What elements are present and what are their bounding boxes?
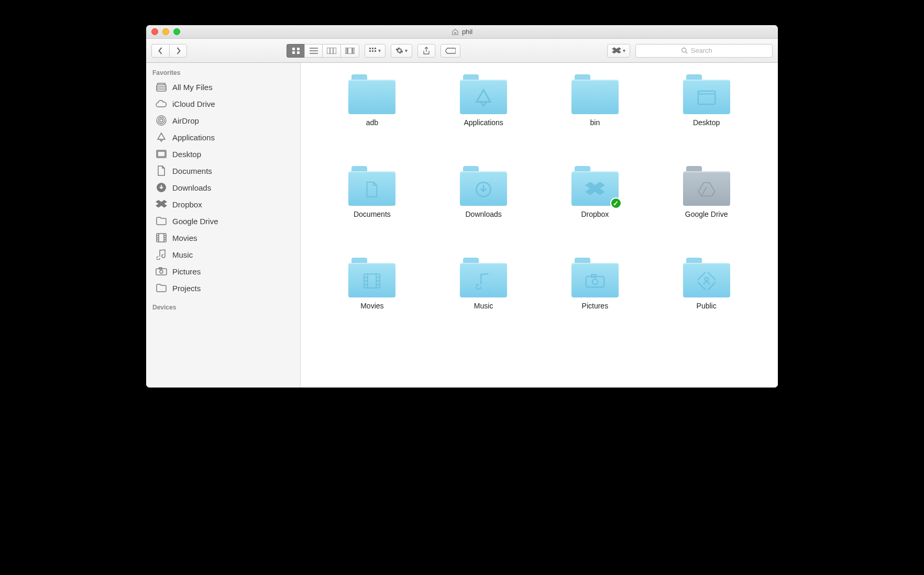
sidebar-item-desktop[interactable]: Desktop [146, 146, 300, 162]
folder-item-desktop[interactable]: Desktop [651, 74, 762, 166]
folder-icon [571, 74, 619, 114]
folder-item-google-drive[interactable]: Google Drive [651, 166, 762, 258]
svg-line-20 [685, 52, 687, 53]
cloud-icon [156, 98, 167, 109]
folder-icon [460, 258, 507, 297]
folder-item-public[interactable]: Public [651, 258, 762, 349]
sidebar-item-airdrop[interactable]: AirDrop [146, 112, 300, 129]
sidebar-header-devices: Devices [146, 302, 300, 313]
sidebar-item-movies[interactable]: Movies [146, 229, 300, 246]
item-label: Public [697, 302, 717, 310]
forward-button[interactable] [169, 44, 187, 58]
sidebar-item-dropbox[interactable]: Dropbox [146, 196, 300, 213]
folder-icon [571, 258, 619, 297]
view-mode-group [287, 44, 359, 58]
public-glyph-icon [698, 272, 716, 290]
arrangement-button[interactable]: ▾ [365, 44, 386, 58]
item-label: Pictures [582, 302, 609, 310]
search-input[interactable] [691, 47, 728, 54]
search-field[interactable] [635, 44, 773, 58]
column-view-button[interactable] [322, 44, 340, 58]
document-glyph-icon [365, 181, 379, 198]
list-view-button[interactable] [304, 44, 322, 58]
dropbox-icon [612, 47, 621, 54]
svg-point-23 [158, 117, 164, 124]
svg-rect-12 [353, 48, 355, 54]
sidebar-item-label: Dropbox [172, 200, 202, 209]
sidebar-item-downloads[interactable]: Downloads [146, 179, 300, 196]
folder-item-applications[interactable]: Applications [428, 74, 540, 166]
folder-icon [348, 258, 395, 297]
pictures-glyph-icon [585, 273, 605, 288]
item-label: Movies [360, 302, 383, 310]
folder-item-music[interactable]: Music [428, 258, 540, 349]
dropbox-glyph-icon [585, 182, 605, 197]
downloads-icon [156, 182, 167, 193]
window-body: Favorites All My Files iCloud Drive AirD… [146, 63, 778, 388]
folder-item-pictures[interactable]: Pictures [540, 258, 651, 349]
folder-icon: ✓ [571, 166, 619, 206]
back-button[interactable] [151, 44, 169, 58]
item-label: bin [590, 118, 600, 127]
folder-item-documents[interactable]: Documents [316, 166, 428, 258]
sidebar-item-all-my-files[interactable]: All My Files [146, 79, 300, 95]
folder-icon [460, 166, 507, 206]
svg-point-56 [705, 278, 708, 281]
coverflow-view-button[interactable] [340, 44, 359, 58]
svg-point-38 [160, 270, 163, 273]
sidebar-item-projects[interactable]: Projects [146, 280, 300, 296]
sidebar-item-music[interactable]: Music [146, 246, 300, 263]
sidebar-item-label: Music [172, 250, 193, 259]
folder-item-bin[interactable]: bin [540, 74, 651, 166]
window-title: phil [452, 28, 472, 36]
coverflow-icon [345, 48, 355, 54]
finder-window: phil [146, 25, 778, 388]
action-button[interactable]: ▾ [391, 44, 412, 58]
dropbox-icon [156, 198, 167, 210]
svg-rect-13 [369, 48, 371, 49]
share-icon [423, 47, 430, 55]
folder-item-dropbox[interactable]: ✓ Dropbox [540, 166, 651, 258]
svg-rect-52 [586, 277, 604, 288]
folder-item-adb[interactable]: adb [316, 74, 428, 166]
svg-rect-1 [297, 48, 300, 50]
svg-rect-2 [292, 51, 295, 54]
folder-item-downloads[interactable]: Downloads [428, 166, 540, 258]
item-label: Documents [354, 210, 391, 218]
sidebar-item-icloud-drive[interactable]: iCloud Drive [146, 95, 300, 112]
chevron-right-icon [175, 47, 181, 54]
sidebar-item-label: Desktop [172, 150, 201, 159]
item-label: Desktop [693, 118, 720, 127]
zoom-button[interactable] [173, 28, 180, 35]
documents-icon [156, 165, 167, 176]
sidebar-item-documents[interactable]: Documents [146, 162, 300, 179]
sidebar-item-pictures[interactable]: Pictures [146, 263, 300, 280]
home-icon [452, 28, 459, 36]
pictures-icon [156, 266, 167, 277]
svg-rect-18 [375, 50, 376, 52]
close-button[interactable] [151, 28, 158, 35]
folder-item-movies[interactable]: Movies [316, 258, 428, 349]
sidebar-item-label: Google Drive [172, 217, 218, 226]
columns-icon [327, 48, 336, 54]
chevron-down-icon: ▾ [623, 48, 625, 53]
svg-rect-17 [372, 50, 373, 52]
sidebar-item-label: Downloads [172, 183, 211, 192]
item-label: Music [474, 302, 493, 310]
sidebar-item-label: All My Files [172, 83, 213, 92]
movies-icon [156, 232, 167, 244]
tags-button[interactable] [441, 44, 460, 58]
icon-view-button[interactable] [287, 44, 304, 58]
sidebar-item-google-drive[interactable]: Google Drive [146, 213, 300, 229]
share-button[interactable] [417, 44, 435, 58]
dropbox-toolbar-button[interactable]: ▾ [607, 44, 630, 58]
svg-point-22 [160, 119, 163, 122]
app-glyph-icon [474, 88, 493, 108]
applications-icon [156, 131, 167, 143]
toolbar: ▾ ▾ ▾ [146, 39, 778, 63]
svg-rect-0 [292, 48, 295, 50]
sidebar-item-label: Documents [172, 167, 212, 175]
list-icon [310, 48, 318, 54]
sidebar-item-applications[interactable]: Applications [146, 129, 300, 146]
minimize-button[interactable] [162, 28, 169, 35]
